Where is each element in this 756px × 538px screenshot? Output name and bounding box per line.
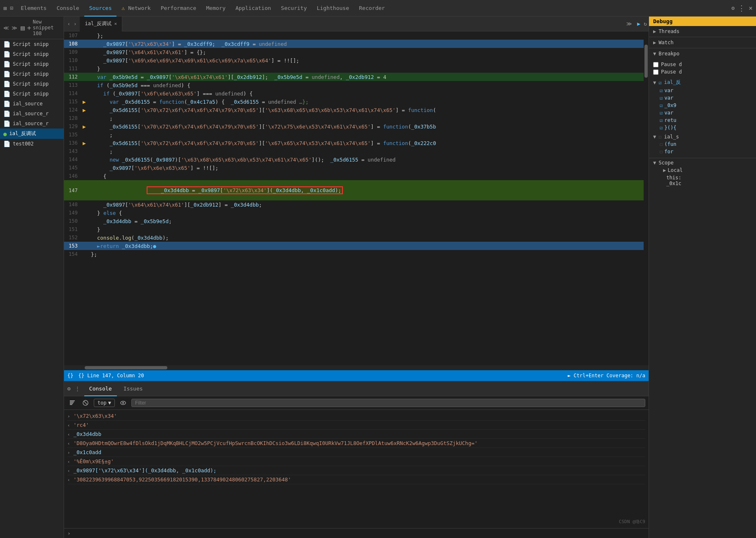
tab-console-bottom[interactable]: Console [84,381,117,396]
sidebar-item-2[interactable]: 📄 Script snipp [0,59,64,69]
svg-line-5 [84,401,87,405]
line-arrow-129: ▶ [83,122,89,131]
new-snippet-button[interactable]: + New snippet 108 [27,19,60,36]
console-line-3: ‹ 'D8Oya0HDtmQOwrE8w4fDlsOkd1jDqMKqBHLCj… [67,439,645,448]
ial-debug-title[interactable]: ▼ ☑ ial_反 [653,79,752,86]
sidebar-item-ial-debug[interactable]: ● ial_反调试 [0,129,64,139]
line-arrow-146 [83,172,89,180]
tab-security[interactable]: Security [276,0,312,17]
nav-arrows: ‹ › [64,20,80,28]
console-toolbar: top ▼ [64,396,649,410]
console-output[interactable]: › '\x72\x63\x34' ‹ 'rc4' ‹ _0x3d4dbb ‹ '… [64,410,649,528]
console-prompt: › [64,528,649,538]
clear-console-button[interactable] [67,398,77,408]
back-arrow-icon[interactable]: ‹ [66,20,72,28]
line-arrow-107 [83,31,89,40]
x1c-item: _0x1c [666,181,752,186]
code-container[interactable]: 107 }; 108 _0x9897['\x72\x63\x34'] = _0x… [64,31,644,365]
sidebar-item-5[interactable]: 📄 Script snipp [0,89,64,99]
settings-icon[interactable]: ⚙ [732,5,735,11]
tab-console[interactable]: Console [52,0,84,17]
more-tabs-icon[interactable]: ≫ [623,21,635,27]
console-filter-input[interactable] [131,399,645,407]
sidebar-item-3[interactable]: 📄 Script snipp [0,69,64,79]
bracket-icon[interactable]: {} [67,373,73,379]
sidebar-item-1[interactable]: 📄 Script snipp [0,49,64,59]
sidebar-item-label-4: Script snipp [13,81,49,87]
nav-back-icon[interactable]: ≪ [3,25,9,31]
line-content-154: }; [89,250,644,258]
tab-performance[interactable]: Performance [156,0,201,17]
console-value-7: '3082239639968847053,9225035669182015390… [74,476,291,483]
pause-d2-checkbox[interactable] [653,69,659,75]
dock-icon[interactable]: ⊡ [10,5,13,11]
context-selector[interactable]: top ▼ [94,399,115,407]
code-line-109: 109 _0x9897['\x64\x61\x74\x61'] = {}; [64,48,644,56]
sidebar-item-4[interactable]: 📄 Script snipp [0,79,64,89]
code-line-129: 129 ▶ _0x5d6155['\x70\x72\x6f\x74\x6f\x7… [64,122,644,131]
devtools-right-controls: ⚙ ⋮ × [732,4,753,12]
line-arrow-145 [83,164,89,172]
tab-application[interactable]: Application [231,0,276,17]
vertical-scrollbar[interactable] [644,31,649,365]
sidebar-toggle-icon[interactable]: ▤ [21,24,25,32]
watch-title[interactable]: ▶ Watch [649,37,756,48]
expand-arrow-5[interactable]: ‹ [67,459,70,464]
expand-arrow-7[interactable]: ‹ [67,477,70,483]
tab-elements[interactable]: Elements [16,0,52,17]
expand-panels-icon[interactable]: ⊞ [3,5,7,12]
close-devtools-icon[interactable]: × [749,4,753,12]
play-icon[interactable]: ▶ [635,21,642,27]
h-scroll-thumb[interactable] [85,366,167,369]
line-num-109: 109 [64,48,83,56]
code-line-111: 111 } [64,64,644,73]
sidebar-item-7[interactable]: 📄 ial_source_r [0,109,64,119]
bottom-tabs: ⚙ ⋮ Console Issues [64,381,649,396]
line-num-135: 135 [64,131,83,139]
tab-lighthouse[interactable]: Lighthouse [312,0,354,17]
scope-title[interactable]: ▼ Scope [653,160,752,166]
code-line-112: 112 var _0x5b9e5d = _0x9897['\x64\x61\x7… [64,73,644,81]
more-panels-icon[interactable]: ⋮ [75,386,80,392]
tab-memory[interactable]: Memory [201,0,231,17]
line-num-115: 115 [64,98,83,106]
editor-tab-ial[interactable]: ial_反调试 × [80,17,122,31]
threads-title[interactable]: ▶ Threads [649,26,756,37]
refresh-icon[interactable]: ↻ [642,21,649,27]
tab-issues[interactable]: Issues [119,381,148,396]
horizontal-scrollbar[interactable] [64,365,649,370]
console-value-3: 'D8Oya0HDtmQOwrE8w4fDlsOkd1jDqMKqBHLCjMO… [74,440,478,446]
stop-errors-button[interactable] [81,398,90,408]
console-line-5: ‹ '%Ê0m\x9E§±g' [67,457,645,466]
line-content-149: } else { [89,209,644,217]
bottom-panel: ⚙ ⋮ Console Issues [64,381,649,538]
line-content-128: ; [89,114,644,122]
scroll-thumb[interactable] [644,45,648,78]
sidebar-item-test002[interactable]: 📄 test002 [0,139,64,149]
console-settings-icon[interactable]: ⚙ [67,386,71,392]
breakpoints-title[interactable]: ▼ Breakpo [649,48,756,59]
ial-s-title[interactable]: ▼ ☐ ial_s [653,134,752,140]
expand-arrow-2[interactable]: ‹ [67,432,70,437]
eye-icon-button[interactable] [118,398,128,408]
pause-d1-checkbox[interactable] [653,62,659,67]
code-line-135: 135 ; [64,131,644,139]
stop-icon [82,400,89,406]
expand-arrow-0[interactable]: › [67,414,70,419]
expand-arrow-3[interactable]: ‹ [67,441,70,446]
more-icon[interactable]: ⋮ [738,4,745,12]
tab-network[interactable]: Network [116,0,155,17]
sidebar-item-0[interactable]: 📄 Script snipp [0,39,64,49]
line-content-109: _0x9897['\x64\x61\x74\x61'] = {}; [89,48,644,56]
nav-forward-icon[interactable]: ≫ [12,25,17,31]
expand-arrow-6[interactable]: ‹ [67,468,70,474]
sidebar-item-6[interactable]: 📄 ial_source [0,99,64,109]
code-line-113: 113 if (_0x5b9e5d === undefined) { [64,81,644,89]
expand-arrow-4[interactable]: › [67,450,70,455]
expand-arrow-1[interactable]: ‹ [67,423,70,428]
forward-arrow-icon[interactable]: › [72,20,78,28]
close-tab-button[interactable]: × [114,21,117,26]
tab-sources[interactable]: Sources [84,0,117,17]
sidebar-item-8[interactable]: 📄 ial_source_r [0,119,64,129]
tab-recorder[interactable]: Recorder [354,0,390,17]
